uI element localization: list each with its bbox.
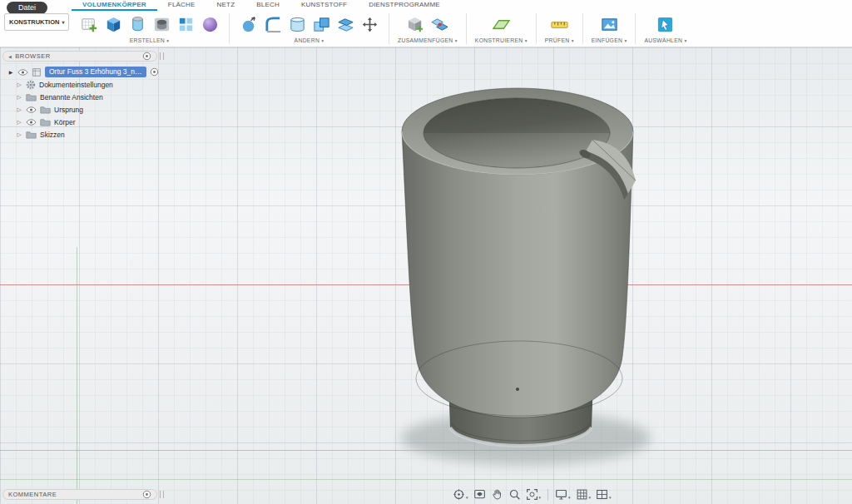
tab-netz[interactable]: NETZ	[206, 0, 246, 11]
visibility-eye-icon[interactable]	[26, 106, 37, 113]
fit-icon	[526, 488, 538, 501]
chevron-down-icon: ▾	[589, 494, 592, 501]
chevron-down-icon: ▾	[539, 494, 542, 501]
offset-face-icon[interactable]	[334, 14, 356, 36]
expand-arrow-icon[interactable]: ▷	[16, 106, 22, 113]
toolbar-dropdown-auswaehlen[interactable]: AUSWÄHLEN ▾	[644, 37, 686, 45]
comments-panel: KOMMENTARE	[2, 489, 164, 500]
display-settings-button[interactable]: ▾	[553, 487, 572, 502]
toolbar-group-aendern: ÄNDERN ▾	[231, 11, 387, 47]
toolbar-group-konstruieren: KONSTRUIEREN ▾	[468, 11, 534, 47]
chevron-down-icon: ▾	[609, 494, 612, 501]
browser-item-ursprung[interactable]: ▷ Ursprung	[2, 103, 181, 116]
browser-panel: ◀ BROWSER ▶ Ortur Fuss 3 Erhöhung 3_neu.…	[2, 51, 181, 141]
toolbar-dropdown-einfuegen[interactable]: EINFÜGEN ▾	[592, 37, 627, 45]
expand-arrow-icon[interactable]: ▷	[16, 119, 22, 126]
toolbar-group-auswaehlen: AUSWÄHLEN ▾	[637, 11, 693, 47]
activate-component-icon[interactable]	[150, 67, 159, 77]
comments-header[interactable]: KOMMENTARE	[2, 489, 157, 500]
workspace-label: KONSTRUKTION	[9, 18, 59, 26]
select-icon[interactable]	[655, 14, 676, 36]
browser-tree: ▶ Ortur Fuss 3 Erhöhung 3_neu... ▷ Dokum…	[2, 66, 181, 141]
browser-root-label[interactable]: Ortur Fuss 3 Erhöhung 3_neu...	[45, 67, 146, 77]
visibility-eye-icon[interactable]	[17, 69, 28, 76]
toolbar-divider	[536, 13, 537, 44]
browser-item-label[interactable]: Dokumenteinstellungen	[39, 81, 113, 89]
zoom-button[interactable]	[507, 487, 523, 502]
grid-settings-button[interactable]: ▾	[574, 487, 593, 502]
pan-button[interactable]	[489, 487, 505, 502]
browser-item-label[interactable]: Benannte Ansichten	[40, 93, 103, 101]
chevron-down-icon: ▾	[321, 38, 324, 43]
panel-grip[interactable]	[160, 491, 164, 498]
move-copy-icon[interactable]	[359, 14, 380, 36]
look-at-button[interactable]	[472, 487, 488, 502]
chevron-down-icon: ▾	[525, 38, 528, 43]
extrude-icon[interactable]	[102, 14, 124, 36]
toolbar-divider	[389, 13, 389, 44]
browser-item-label[interactable]: Ursprung	[54, 106, 83, 114]
comments-title: KOMMENTARE	[8, 491, 139, 498]
folder-icon	[26, 131, 37, 139]
folder-icon	[40, 118, 51, 126]
chevron-down-icon: ▾	[466, 494, 468, 501]
ribbon-tabs: VOLUMENKÖRPERFLÄCHENETZBLECHKUNSTSTOFFDI…	[72, 0, 451, 11]
toolbar-dropdown-zusammenfuegen[interactable]: ZUSAMMENFÜGEN ▾	[398, 37, 458, 45]
revolve-icon[interactable]	[126, 14, 148, 36]
create-sketch-icon[interactable]	[78, 14, 100, 36]
toolbar-dropdown-erstellen[interactable]: ERSTELLEN ▾	[130, 37, 170, 45]
target-icon[interactable]	[142, 52, 151, 61]
browser-header[interactable]: ◀ BROWSER	[2, 51, 157, 62]
form-icon[interactable]	[199, 14, 220, 36]
fit-button[interactable]: ▾	[524, 487, 543, 502]
chevron-down-icon: ▾	[62, 19, 64, 25]
shell-icon[interactable]	[286, 14, 308, 36]
orbit-button[interactable]: ▾	[451, 487, 470, 502]
toolbar-groups: ERSTELLEN ▾ ÄNDERN ▾ ZUSAMMENFÜGEN ▾ KON…	[72, 11, 852, 47]
folder-icon	[40, 106, 51, 114]
target-icon[interactable]	[142, 490, 151, 499]
construction-plane-icon[interactable]	[490, 14, 512, 36]
new-component-icon[interactable]	[404, 14, 426, 36]
file-menu-button[interactable]: Datei	[7, 2, 47, 14]
visibility-eye-icon[interactable]	[26, 119, 37, 126]
grid-settings-icon	[576, 488, 588, 501]
browser-root-row[interactable]: ▶ Ortur Fuss 3 Erhöhung 3_neu...	[2, 66, 181, 78]
fillet-icon[interactable]	[262, 14, 284, 36]
tab-volumenkoerper[interactable]: VOLUMENKÖRPER	[72, 0, 157, 11]
browser-item-benannte-ansichten[interactable]: ▷ Benannte Ansichten	[2, 91, 181, 103]
panel-grip[interactable]	[160, 52, 164, 60]
toolbar-dropdown-pruefen[interactable]: PRÜFEN ▾	[545, 37, 574, 45]
toolbar-dropdown-konstruieren[interactable]: KONSTRUIEREN ▾	[475, 37, 528, 45]
press-pull-icon[interactable]	[238, 14, 260, 36]
insert-image-icon[interactable]	[598, 14, 620, 36]
browser-item-label[interactable]: Skizzen	[40, 131, 65, 139]
collapse-panel-icon[interactable]: ◀	[8, 54, 12, 59]
tab-blech[interactable]: BLECH	[245, 0, 290, 11]
chevron-down-icon: ▾	[166, 38, 169, 43]
expand-arrow-icon[interactable]: ▷	[16, 131, 22, 138]
pan-icon	[491, 488, 503, 501]
toolbar-dropdown-aendern[interactable]: ÄNDERN ▾	[295, 37, 324, 45]
browser-item-label[interactable]: Körper	[54, 118, 76, 126]
zoom-icon	[508, 488, 521, 501]
expand-arrow-icon[interactable]: ▷	[16, 94, 22, 101]
chevron-down-icon: ▾	[624, 38, 627, 43]
toolbar-group-zusammenfuegen: ZUSAMMENFÜGEN ▾	[391, 11, 464, 47]
browser-item-skizzen[interactable]: ▷ Skizzen	[2, 128, 181, 141]
expand-arrow-icon[interactable]: ▶	[7, 69, 14, 75]
workspace-selector[interactable]: KONSTRUKTION ▾	[4, 13, 69, 31]
navigation-bar: ▾ ▾ ▾ ▾ ▾	[451, 487, 613, 502]
tab-dienstprogramme[interactable]: DIENSTPROGRAMME	[358, 0, 451, 11]
hole-icon[interactable]	[151, 14, 172, 36]
viewports-button[interactable]: ▾	[594, 487, 613, 502]
measure-icon[interactable]	[548, 14, 570, 36]
browser-item-koerper[interactable]: ▷ Körper	[2, 116, 181, 128]
browser-item-dokumenteinstellungen[interactable]: ▷ Dokumenteinstellungen	[2, 78, 181, 91]
tab-flaeche[interactable]: FLÄCHE	[157, 0, 206, 11]
pattern-icon[interactable]	[175, 14, 196, 36]
combine-icon[interactable]	[310, 14, 332, 36]
expand-arrow-icon[interactable]: ▷	[16, 82, 22, 88]
tab-kunststoff[interactable]: KUNSTSTOFF	[290, 0, 358, 11]
joint-icon[interactable]	[428, 14, 450, 36]
